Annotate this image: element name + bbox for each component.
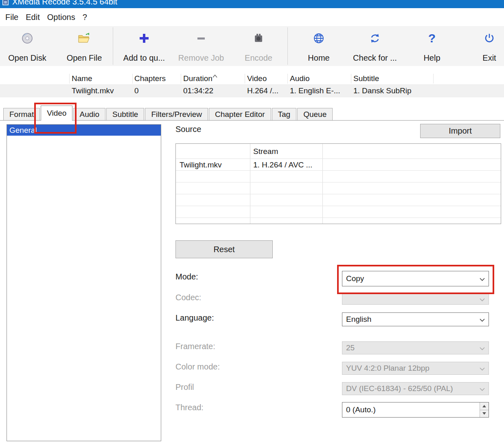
globe-icon (313, 31, 325, 46)
app-icon (2, 0, 9, 7)
reset-button[interactable]: Reset (175, 240, 273, 258)
open-folder-icon (78, 31, 91, 46)
job-list-header: Name Chapters Duration Video Audio Subti… (0, 73, 504, 85)
question-icon: ? (428, 31, 436, 46)
column-header-duration[interactable]: Duration (183, 74, 213, 83)
framerate-label: Framerate: (175, 342, 215, 351)
chevron-down-icon (480, 364, 485, 373)
table-row-divider (176, 194, 501, 194)
source-stream-table[interactable]: Stream Twilight.mkv 1. H.264 / AVC ... (175, 143, 501, 224)
column-header-name[interactable]: Name (72, 74, 92, 83)
toolbar-separator (113, 27, 113, 65)
column-header-chapters[interactable]: Chapters (134, 74, 166, 83)
job-duration-cell: 01:34:22 (183, 86, 213, 95)
open-disk-button[interactable]: Open Disk (3, 29, 51, 64)
framerate-select: 25 (342, 341, 489, 354)
job-chapters-cell: 0 (134, 86, 139, 95)
language-label: Language: (175, 313, 214, 323)
tab-strip: Format Video Audio Subtitle Filters/Prev… (0, 105, 504, 121)
column-header-audio[interactable]: Audio (290, 74, 310, 83)
menu-edit[interactable]: Edit (22, 11, 43, 24)
toolbar-button-label: Open Disk (8, 53, 46, 63)
table-column-divider (322, 144, 323, 224)
mode-label: Mode: (175, 272, 198, 281)
minus-icon (196, 31, 206, 46)
sort-indicator-icon (212, 71, 218, 80)
column-divider (433, 74, 434, 84)
tab-format[interactable]: Format (3, 108, 40, 120)
column-divider (181, 74, 181, 84)
column-header-subtitle[interactable]: Subtitle (353, 74, 379, 83)
stream-row-stream[interactable]: 1. H.264 / AVC ... (253, 161, 312, 169)
tab-audio[interactable]: Audio (73, 108, 105, 120)
video-settings-category-list: General (7, 124, 161, 441)
window-title: XMedia Recode 3.5.4.5 64bit (12, 0, 117, 6)
color-mode-select: YUV 4:2:0 Planar 12bpp (342, 362, 489, 375)
table-row-divider (176, 218, 501, 218)
column-divider (245, 74, 245, 84)
column-divider (69, 74, 70, 84)
thread-label: Thread: (175, 403, 204, 412)
job-list: Name Chapters Duration Video Audio Subti… (0, 73, 504, 98)
spinner-down-button[interactable] (480, 410, 489, 418)
tab-tag[interactable]: Tag (272, 108, 297, 120)
exit-button[interactable]: Exit (474, 29, 504, 64)
toolbar: Open Disk Open File Add to qu... Remove … (0, 26, 504, 66)
column-header-video[interactable]: Video (247, 74, 267, 83)
stream-row-file[interactable]: Twilight.mkv (180, 161, 221, 169)
camera-icon (253, 31, 264, 46)
check-for-updates-button[interactable]: Check for ... (346, 29, 404, 64)
tab-video[interactable]: Video (41, 106, 72, 121)
profil-select: DV (IEC-61834) - 625/50 (PAL) (342, 382, 489, 395)
tab-chapter-editor[interactable]: Chapter Editor (209, 108, 271, 120)
table-row-divider (176, 182, 501, 183)
framerate-value: 25 (346, 343, 355, 352)
job-row[interactable]: Twilight.mkv 0 01:34:22 H.264 /... 1. En… (0, 85, 504, 97)
add-to-queue-button[interactable]: Add to qu... (117, 29, 171, 64)
tab-queue[interactable]: Queue (297, 108, 333, 120)
tab-filters-preview[interactable]: Filters/Preview (145, 108, 208, 120)
menu-options[interactable]: Options (44, 11, 79, 24)
home-button[interactable]: Home (300, 29, 337, 64)
encode-button: Encode (236, 29, 281, 64)
menu-file[interactable]: File (2, 11, 22, 24)
spinner-buttons (480, 402, 489, 417)
job-video-cell: H.264 /... (247, 86, 278, 95)
job-audio-cell: 1. English E-... (290, 86, 340, 95)
stream-column-header: Stream (253, 147, 278, 156)
job-subtitle-cell: 1. Dansk SubRip (353, 86, 412, 95)
toolbar-button-label: Exit (482, 53, 496, 63)
menu-help[interactable]: ? (79, 11, 91, 24)
import-button[interactable]: Import (420, 124, 500, 138)
table-row-divider (176, 206, 501, 206)
tab-subtitle[interactable]: Subtitle (106, 108, 144, 120)
title-bar[interactable]: XMedia Recode 3.5.4.5 64bit (0, 0, 504, 8)
chevron-down-icon (480, 343, 485, 352)
toolbar-button-label: Add to qu... (123, 53, 165, 63)
mode-value: Copy (346, 274, 364, 283)
language-select[interactable]: English (342, 312, 489, 326)
toolbar-button-label: Open File (67, 53, 102, 63)
open-file-button[interactable]: Open File (60, 29, 108, 64)
chevron-down-icon (480, 274, 485, 283)
table-row-divider (176, 158, 501, 159)
spinner-up-button[interactable] (480, 402, 489, 410)
help-button[interactable]: ? Help (418, 29, 446, 64)
xmedia-recode-window: XMedia Recode 3.5.4.5 64bit File Edit Op… (0, 0, 504, 442)
mode-select[interactable]: Copy (342, 271, 489, 286)
chevron-down-icon (480, 315, 485, 324)
language-value: English (346, 315, 371, 324)
codec-select (342, 293, 489, 305)
toolbar-button-label: Remove Job (178, 53, 224, 63)
thread-spinner[interactable]: 0 (Auto.) (342, 402, 489, 418)
toolbar-separator (287, 27, 288, 65)
chevron-down-icon (480, 384, 485, 393)
disc-icon (21, 31, 33, 46)
color-mode-label: Color mode: (175, 362, 220, 372)
column-divider (287, 74, 288, 84)
plus-icon (139, 31, 149, 46)
toolbar-button-label: Home (308, 53, 329, 63)
sidebar-item-general[interactable]: General (7, 125, 161, 136)
toolbar-button-label: Help (423, 53, 440, 63)
toolbar-button-label: Check for ... (353, 53, 397, 63)
